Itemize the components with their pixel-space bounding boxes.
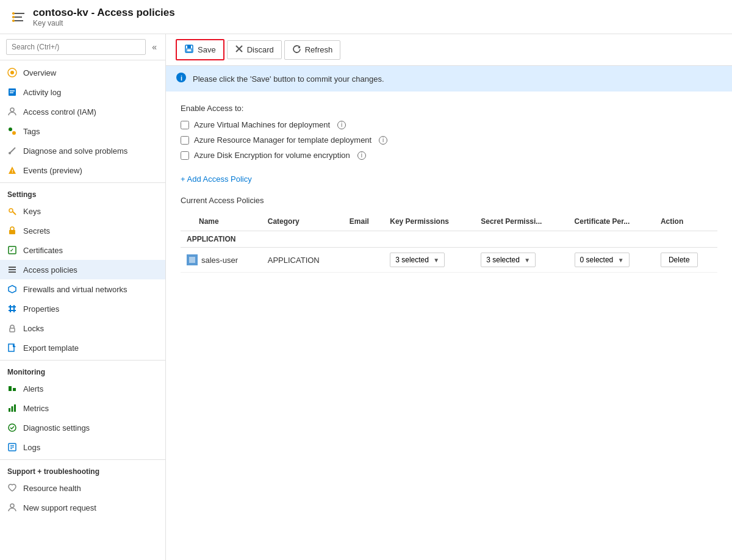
- header-icon: [10, 9, 27, 26]
- key-permissions-dropdown[interactable]: 3 selected ▼: [390, 253, 445, 267]
- secrets-label: Secrets: [23, 226, 50, 235]
- disk-info-circle[interactable]: i: [357, 151, 366, 160]
- sidebar-item-diagnose[interactable]: Diagnose and solve problems: [0, 141, 165, 160]
- secret-permissions-dropdown[interactable]: 3 selected ▼: [481, 253, 536, 267]
- locks-label: Locks: [23, 324, 44, 333]
- sidebar: « Overview Activity log Access contr: [0, 34, 166, 560]
- metrics-label: Metrics: [23, 404, 49, 413]
- sidebar-item-firewalls[interactable]: Firewalls and virtual networks: [0, 279, 165, 299]
- policy-secret-permissions-cell: 3 selected ▼: [475, 248, 568, 273]
- checkbox-vm-row: Azure Virtual Machines for deployment i: [181, 120, 717, 129]
- vm-info-circle[interactable]: i: [337, 121, 346, 129]
- overview-icon: [7, 68, 17, 77]
- delete-button[interactable]: Delete: [661, 253, 698, 267]
- arm-info-circle[interactable]: i: [379, 136, 387, 145]
- svg-rect-45: [187, 49, 192, 52]
- policy-name: sales-user: [201, 256, 238, 265]
- resource-health-label: Resource health: [23, 484, 81, 493]
- add-policy-link[interactable]: + Add Access Policy: [181, 174, 252, 184]
- refresh-icon: [292, 45, 301, 56]
- monitoring-section-header: Monitoring: [0, 360, 165, 379]
- checkbox-arm-label: Azure Resource Manager for template depl…: [194, 135, 371, 145]
- col-header-action: Action: [655, 212, 717, 231]
- sidebar-item-metrics[interactable]: Metrics: [0, 398, 165, 418]
- svg-rect-32: [9, 386, 12, 391]
- svg-text:!: !: [12, 168, 13, 174]
- cert-permissions-value: 0 selected: [580, 256, 614, 264]
- sidebar-item-keys[interactable]: Keys: [0, 201, 165, 221]
- checkbox-arm[interactable]: [181, 136, 189, 145]
- svg-point-14: [9, 152, 11, 154]
- collapse-icon[interactable]: «: [149, 40, 159, 54]
- toolbar: Save Discard Refresh: [166, 34, 732, 66]
- events-icon: !: [7, 165, 17, 175]
- group-header-application: APPLICATION: [181, 231, 717, 248]
- certificates-label: Certificates: [23, 246, 63, 255]
- sidebar-item-diagnostic[interactable]: Diagnostic settings: [0, 418, 165, 437]
- access-control-label: Access control (IAM): [23, 107, 96, 117]
- policy-table: Name Category Email Key Permissions Secr…: [181, 212, 717, 273]
- svg-rect-36: [14, 404, 16, 412]
- support-request-icon: [7, 503, 17, 512]
- key-permissions-value: 3 selected: [395, 256, 429, 264]
- secret-permissions-chevron: ▼: [524, 257, 530, 264]
- svg-rect-33: [13, 388, 16, 391]
- sidebar-item-secrets[interactable]: Secrets: [0, 221, 165, 240]
- tags-icon: [7, 126, 17, 136]
- group-label: APPLICATION: [181, 231, 717, 248]
- locks-icon: [7, 323, 17, 333]
- main-layout: « Overview Activity log Access contr: [0, 34, 732, 560]
- sidebar-item-support-request[interactable]: New support request: [0, 498, 165, 517]
- export-icon: [7, 343, 17, 353]
- logs-icon: [7, 442, 17, 452]
- sidebar-item-access-control[interactable]: Access control (IAM): [0, 102, 165, 121]
- sidebar-item-access-policies[interactable]: Access policies: [0, 260, 165, 279]
- content: Enable Access to: Azure Virtual Machines…: [166, 92, 732, 560]
- svg-point-5: [12, 20, 15, 22]
- logs-label: Logs: [23, 443, 40, 452]
- support-request-label: New support request: [23, 503, 96, 512]
- table-row: sales-user APPLICATION 3 selected ▼: [181, 248, 717, 273]
- save-button[interactable]: Save: [176, 39, 224, 60]
- sidebar-item-certificates[interactable]: ✓ Certificates: [0, 240, 165, 260]
- sidebar-item-resource-health[interactable]: Resource health: [0, 478, 165, 498]
- policy-cert-permissions-cell: 0 selected ▼: [569, 248, 655, 273]
- diagnose-icon: [7, 146, 17, 156]
- svg-point-42: [10, 504, 14, 508]
- export-label: Export template: [23, 343, 79, 353]
- svg-rect-30: [10, 328, 15, 332]
- policy-email: [343, 248, 384, 273]
- save-label: Save: [198, 45, 216, 54]
- sidebar-item-alerts[interactable]: Alerts: [0, 379, 165, 398]
- search-input[interactable]: [6, 39, 146, 55]
- checkbox-disk-label: Azure Disk Encryption for volume encrypt…: [194, 151, 350, 160]
- col-header-secret: Secret Permissi...: [475, 212, 568, 231]
- refresh-button[interactable]: Refresh: [284, 40, 341, 60]
- sidebar-item-activity-log[interactable]: Activity log: [0, 82, 165, 102]
- sidebar-item-logs[interactable]: Logs: [0, 437, 165, 457]
- diagnostic-icon: [7, 423, 17, 433]
- support-section-header: Support + troubleshooting: [0, 459, 165, 478]
- svg-point-12: [9, 127, 12, 131]
- settings-section-header: Settings: [0, 182, 165, 201]
- main-content-area: Save Discard Refresh i Please click the …: [166, 34, 732, 560]
- sidebar-item-overview[interactable]: Overview: [0, 63, 165, 82]
- svg-text:i: i: [181, 74, 182, 82]
- svg-point-7: [10, 71, 14, 74]
- checkbox-disk[interactable]: [181, 151, 189, 160]
- checkbox-vm[interactable]: [181, 121, 189, 129]
- checkbox-vm-label: Azure Virtual Machines for deployment: [194, 120, 330, 129]
- checkbox-arm-row: Azure Resource Manager for template depl…: [181, 135, 717, 145]
- sidebar-item-properties[interactable]: Properties: [0, 299, 165, 318]
- sidebar-item-events[interactable]: ! Events (preview): [0, 160, 165, 180]
- discard-button[interactable]: Discard: [227, 40, 282, 59]
- access-control-icon: [7, 107, 17, 117]
- sidebar-item-export[interactable]: Export template: [0, 338, 165, 357]
- policy-key-permissions-cell: 3 selected ▼: [384, 248, 475, 273]
- sidebar-item-locks[interactable]: Locks: [0, 318, 165, 338]
- sidebar-item-tags[interactable]: Tags: [0, 121, 165, 141]
- cert-permissions-dropdown[interactable]: 0 selected ▼: [575, 253, 630, 267]
- page-title: contoso-kv - Access policies: [33, 7, 175, 19]
- cert-permissions-chevron: ▼: [618, 257, 624, 264]
- page-subtitle: Key vault: [33, 19, 175, 27]
